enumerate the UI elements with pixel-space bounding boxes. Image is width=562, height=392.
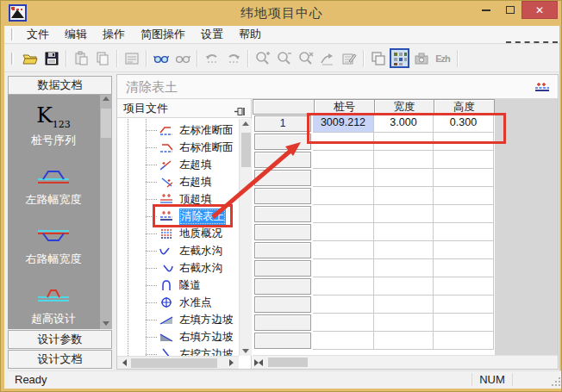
menu-edit[interactable]: 编辑 — [57, 26, 95, 43]
row-header[interactable] — [254, 134, 311, 150]
row-header[interactable]: 1 — [254, 115, 311, 132]
cell[interactable] — [374, 151, 434, 169]
cell[interactable] — [313, 187, 374, 205]
cell[interactable] — [434, 332, 494, 350]
zoom-select-button[interactable] — [317, 48, 337, 68]
scroll-down-icon[interactable] — [240, 349, 252, 353]
cell[interactable] — [374, 205, 434, 223]
tree-item-clear-topsoil[interactable]: 清除表土 — [117, 208, 238, 225]
maximize-button[interactable] — [499, 1, 521, 19]
sidebar-tab-design-docs[interactable]: 设计文档 — [8, 350, 112, 369]
cell[interactable] — [434, 187, 494, 205]
cell[interactable] — [374, 133, 434, 151]
tree-item-right-fill-slope[interactable]: 右填方边坡 — [117, 328, 238, 345]
cell[interactable] — [434, 133, 494, 151]
row-header[interactable] — [254, 152, 311, 168]
save-button[interactable] — [41, 48, 61, 68]
row-header[interactable] — [254, 188, 311, 204]
cell[interactable] — [374, 241, 434, 259]
cell[interactable] — [313, 259, 374, 277]
tree-item-geology-overview[interactable]: 地质概况 — [117, 225, 238, 242]
corner-header-cell[interactable] — [253, 99, 315, 115]
cell[interactable] — [434, 169, 494, 187]
sidebar-item-left-road-width[interactable]: 左路幅宽度 — [26, 163, 82, 208]
copy-button[interactable] — [92, 48, 112, 68]
scroll-thumb[interactable] — [131, 358, 217, 368]
cell[interactable] — [374, 187, 434, 205]
cell[interactable] — [434, 205, 494, 223]
cell[interactable] — [434, 241, 494, 259]
cell[interactable] — [313, 332, 374, 350]
tree-item-left-standard-section[interactable]: 左标准断面 — [117, 121, 238, 139]
column-header-stake[interactable]: 桩号 — [315, 99, 375, 115]
preview-button[interactable] — [151, 48, 171, 68]
image-table-button[interactable] — [122, 48, 141, 68]
row-header[interactable] — [254, 260, 311, 277]
open-button[interactable] — [20, 48, 40, 68]
tree-item-left-fill-slope[interactable]: 左填方边坡 — [117, 311, 238, 328]
minimize-button[interactable] — [475, 1, 497, 19]
scroll-up-icon[interactable] — [100, 96, 112, 101]
toolbar-grip[interactable] — [11, 53, 14, 65]
menu-help[interactable]: 帮助 — [231, 26, 269, 43]
scroll-thumb[interactable] — [241, 133, 251, 167]
row-header[interactable] — [254, 296, 311, 313]
cell[interactable] — [313, 277, 374, 296]
zoom-in-button[interactable] — [253, 48, 272, 68]
sidebar-item-stake-sequence[interactable]: K123 桩号序列 — [31, 103, 76, 148]
column-header-height[interactable]: 高度 — [434, 99, 495, 115]
paste-button[interactable] — [71, 48, 91, 68]
cell[interactable] — [374, 296, 434, 314]
redo-button[interactable] — [223, 48, 243, 68]
cascade-windows-button[interactable] — [368, 48, 388, 68]
tree-horizontal-scrollbar[interactable] — [117, 356, 239, 369]
cell[interactable] — [434, 296, 494, 314]
cell-stake[interactable]: 3009.212 — [313, 115, 374, 133]
cell[interactable] — [374, 314, 434, 332]
sidebar-scrollbar[interactable] — [100, 95, 112, 329]
ezh-format-button[interactable]: Ezh — [433, 48, 453, 68]
menu-operate[interactable]: 操作 — [95, 26, 133, 43]
menubar-grip[interactable] — [11, 28, 14, 40]
row-header[interactable] — [254, 170, 311, 186]
cell[interactable] — [374, 169, 434, 187]
tree-item-left-intercept-ditch[interactable]: 左截水沟 — [117, 242, 238, 259]
grid-view-button[interactable] — [390, 48, 409, 68]
tree-item-top-overfill[interactable]: 顶超填 — [117, 190, 238, 208]
tree-item-right-standard-section[interactable]: 右标准断面 — [117, 139, 238, 156]
snapshot-button[interactable] — [411, 48, 431, 68]
zoom-extents-button[interactable] — [296, 48, 315, 68]
close-button[interactable]: ✕ — [521, 1, 558, 19]
menu-sketch-operate[interactable]: 简图操作 — [133, 26, 193, 43]
cell[interactable] — [434, 151, 494, 169]
resize-grip-icon[interactable] — [552, 377, 560, 386]
scroll-up-icon[interactable] — [240, 121, 252, 126]
cell[interactable] — [374, 332, 434, 350]
row-header[interactable] — [254, 242, 311, 258]
cell[interactable] — [313, 133, 374, 151]
cell[interactable] — [434, 259, 494, 277]
row-header[interactable] — [254, 224, 311, 240]
cell[interactable] — [374, 259, 434, 277]
cell-height[interactable]: 0.300 — [434, 115, 494, 133]
sidebar-item-right-road-width[interactable]: 右路幅宽度 — [26, 222, 82, 267]
sidebar-tab-data-docs[interactable]: 数据文档 — [8, 76, 112, 95]
sidebar-tab-design-params[interactable]: 设计参数 — [8, 330, 112, 349]
tree-item-right-intercept-ditch[interactable]: 右截水沟 — [117, 259, 238, 277]
cell[interactable] — [313, 223, 374, 241]
scroll-left-icon[interactable] — [121, 359, 128, 366]
cell[interactable] — [313, 314, 374, 332]
menu-settings[interactable]: 设置 — [193, 26, 231, 43]
cell[interactable] — [313, 169, 374, 187]
cell[interactable] — [313, 205, 374, 223]
tree-item-benchmark[interactable]: 水准点 — [117, 294, 238, 311]
cell[interactable] — [434, 277, 494, 296]
cell[interactable] — [434, 223, 494, 241]
scroll-thumb[interactable] — [101, 109, 111, 138]
cell[interactable] — [313, 151, 374, 169]
scroll-thumb[interactable] — [268, 358, 308, 367]
tree-vertical-scrollbar[interactable] — [239, 119, 252, 356]
tree-item-left-overfill[interactable]: 左超填 — [117, 156, 238, 173]
scroll-right-icon[interactable] — [228, 359, 234, 366]
tree-item-tunnel[interactable]: 隧道 — [117, 277, 238, 294]
